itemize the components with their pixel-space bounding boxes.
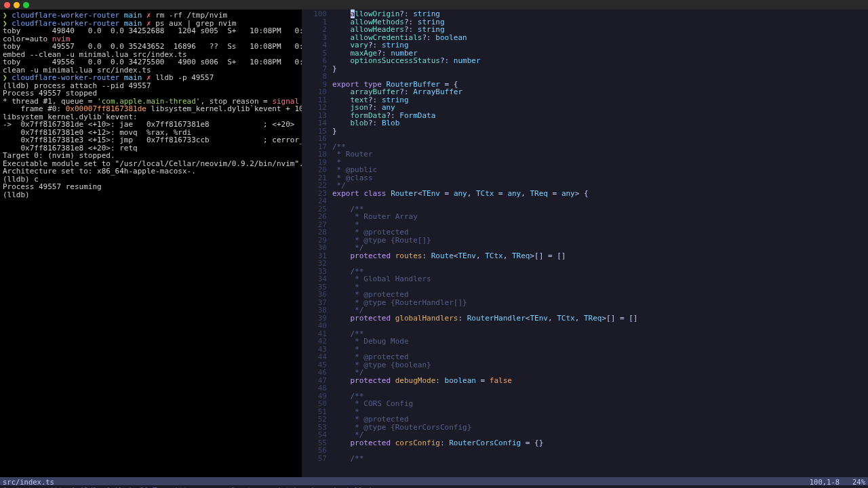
code-line[interactable]: * Router: [332, 150, 864, 158]
line-number: 56: [302, 446, 327, 454]
code-line[interactable]: [332, 134, 864, 142]
line-number: 16: [302, 134, 327, 142]
code-line[interactable]: *: [332, 283, 864, 291]
code-line[interactable]: * @class: [332, 174, 864, 182]
code-line[interactable]: * Router Array: [332, 212, 864, 220]
code-line[interactable]: formData?: FormData: [332, 111, 864, 119]
code-line[interactable]: * @protected: [332, 352, 864, 361]
terminal-line: -> 0x7ff8167381de <+10>: jae 0x7ff816738…: [3, 120, 299, 128]
line-number: 17: [302, 142, 327, 150]
line-number: 51: [302, 407, 327, 415]
code-line[interactable]: * @protected: [332, 415, 864, 423]
code-line[interactable]: }: [332, 64, 864, 73]
code-line[interactable]: allowHeaders?: string: [332, 25, 864, 33]
code-line[interactable]: */: [332, 181, 864, 189]
editor-message: [nvim-treesitter] [2/2, failed: 1] Trees…: [0, 485, 868, 488]
code-line[interactable]: protected routes: Route<TEnv, TCtx, TReq…: [332, 251, 864, 260]
code-line[interactable]: * @type {RouterCorsConfig}: [332, 423, 864, 431]
code-line[interactable]: *: [332, 407, 864, 415]
code-line[interactable]: *: [332, 220, 864, 228]
code-line[interactable]: protected corsConfig: RouterCorsConfig =…: [332, 439, 864, 447]
code-line[interactable]: * @type {RouterHandler[]}: [332, 298, 864, 306]
editor-statusline: src/index.ts 100,1-8 24%: [0, 477, 868, 485]
code-line[interactable]: }: [332, 127, 864, 135]
code-line[interactable]: * @protected: [332, 290, 864, 298]
code-line[interactable]: arrayBuffer?: ArrayBuffer: [332, 87, 864, 96]
line-number: 12: [302, 103, 327, 111]
code-line[interactable]: maxAge?: number: [332, 49, 864, 57]
line-number: 36: [302, 290, 327, 298]
terminal-line: (lldb) c: [3, 175, 299, 183]
maximize-icon[interactable]: [23, 2, 29, 8]
line-number: 34: [302, 274, 327, 283]
minimize-icon[interactable]: [14, 2, 20, 8]
line-number: 21: [302, 174, 327, 182]
terminal-line: clean -u minimal.lua src/index.ts: [3, 66, 299, 74]
terminal-line: (lldb) process attach --pid 49557: [3, 81, 299, 89]
code-line[interactable]: [332, 72, 864, 80]
window-titlebar: [0, 0, 868, 9]
line-number: 13: [302, 111, 327, 119]
terminal-pane[interactable]: ❯ cloudflare-worker-router main ✗ rm -rf…: [0, 9, 302, 477]
code-line[interactable]: export class Router<TEnv = any, TCtx = a…: [332, 189, 864, 197]
line-number: 23: [302, 189, 327, 197]
line-number: 45: [302, 361, 327, 369]
close-icon[interactable]: [4, 2, 10, 8]
code-line[interactable]: * CORS Config: [332, 399, 864, 407]
line-number: 41: [302, 329, 327, 338]
status-right: 100,1-8 24%: [810, 477, 865, 485]
code-line[interactable]: export type RouterBuffer = {: [332, 80, 864, 88]
code-line[interactable]: *: [332, 158, 864, 166]
editor-pane[interactable]: 1001234567891011121314151617181920212223…: [302, 9, 868, 477]
line-number: 38: [302, 306, 327, 314]
code-line[interactable]: * @type {boolean}: [332, 361, 864, 369]
line-number: 47: [302, 376, 327, 384]
code-line[interactable]: * @public: [332, 165, 864, 174]
code-line[interactable]: * @type {Route[]}: [332, 236, 864, 244]
line-number: 27: [302, 220, 327, 228]
code-line[interactable]: * Global Handlers: [332, 274, 864, 283]
code-line[interactable]: protected debugMode: boolean = false: [332, 376, 864, 384]
line-number: 28: [302, 228, 327, 236]
line-gutter: 1001234567891011121314151617181920212223…: [302, 9, 332, 477]
code-line[interactable]: text?: string: [332, 96, 864, 104]
code-line[interactable]: allowOrigin?: string: [332, 9, 864, 18]
terminal-line: color=auto nvim: [3, 35, 299, 43]
code-line[interactable]: /**: [332, 454, 864, 462]
code-line[interactable]: /**: [332, 205, 864, 213]
line-number: 37: [302, 298, 327, 306]
code-area[interactable]: allowOrigin?: string allowMethods?: stri…: [332, 9, 868, 477]
terminal-line: 0x7ff8167381e3 <+15>: jmp 0x7ff816733ccb…: [3, 136, 299, 144]
terminal-line: toby 49557 0.0 0.0 35243652 16896 ?? Ss …: [3, 42, 299, 50]
line-number: 18: [302, 150, 327, 158]
code-line[interactable]: optionsSuccessStatus?: number: [332, 56, 864, 64]
code-line[interactable]: allowCredentials?: boolean: [332, 33, 864, 41]
terminal-line: (lldb): [3, 190, 299, 199]
code-line[interactable]: /**: [332, 392, 864, 400]
code-line[interactable]: allowMethods?: string: [332, 18, 864, 26]
code-line[interactable]: /**: [332, 267, 864, 275]
line-number: 10: [302, 87, 327, 96]
line-number: 1: [302, 18, 327, 26]
terminal-line: embed --clean -u minimal.lua src/index.t…: [3, 50, 299, 58]
line-number: 32: [302, 259, 327, 267]
line-number: 30: [302, 243, 327, 251]
terminal-line: ❯ cloudflare-worker-router main ✗ lldb -…: [3, 73, 299, 81]
code-line[interactable]: *: [332, 345, 864, 353]
code-line[interactable]: * Debug Mode: [332, 337, 864, 345]
line-number: 33: [302, 267, 327, 275]
code-line[interactable]: json?: any: [332, 103, 864, 111]
terminal-line: Process 49557 resuming: [3, 182, 299, 190]
line-number: 24: [302, 197, 327, 205]
line-number: 57: [302, 454, 327, 462]
code-line[interactable]: /**: [332, 329, 864, 338]
status-filename: src/index.ts: [3, 477, 54, 485]
line-number: 52: [302, 415, 327, 423]
code-line[interactable]: /**: [332, 142, 864, 150]
line-number: 5: [302, 49, 327, 57]
line-number: 53: [302, 423, 327, 431]
code-line[interactable]: * @protected: [332, 228, 864, 236]
terminal-line: 0x7ff8167381e0 <+12>: movq %rax, %rdi: [3, 128, 299, 136]
line-number: 8: [302, 72, 327, 80]
code-line[interactable]: protected globalHandlers: RouterHandler<…: [332, 314, 864, 322]
